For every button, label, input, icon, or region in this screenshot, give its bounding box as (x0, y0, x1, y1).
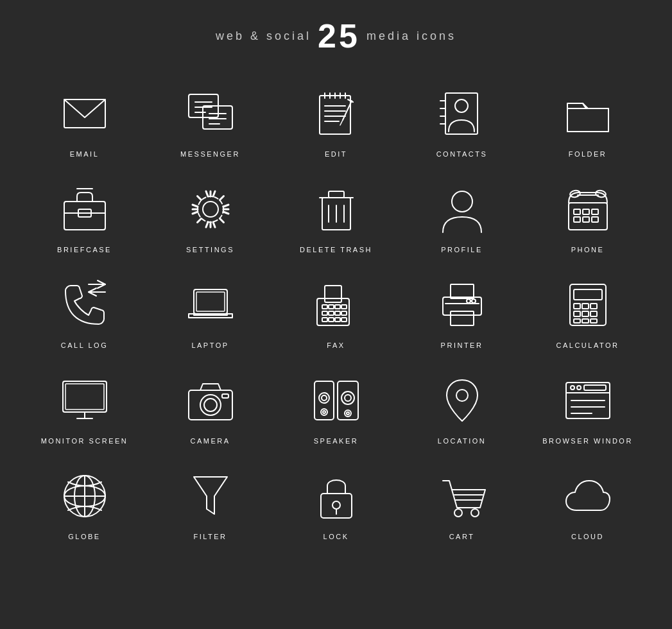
folder-icon (559, 85, 617, 142)
delete-trash-icon (307, 180, 365, 238)
svg-rect-56 (322, 305, 327, 309)
lock-label: LOCK (323, 533, 349, 540)
edit-label: EDIT (325, 150, 347, 158)
svg-rect-70 (451, 311, 474, 325)
globe-icon (56, 467, 114, 525)
svg-rect-67 (341, 318, 347, 322)
svg-rect-61 (329, 311, 334, 315)
svg-rect-47 (592, 217, 598, 222)
svg-rect-57 (329, 305, 334, 309)
svg-rect-109 (584, 385, 606, 390)
svg-rect-68 (451, 284, 474, 298)
svg-point-124 (471, 509, 479, 517)
page-header: web & social 25 media icons (216, 19, 456, 53)
svg-point-96 (322, 395, 327, 401)
email-icon (56, 85, 114, 142)
cart-icon (433, 467, 491, 525)
speaker-label: SPEAKER (314, 437, 358, 445)
svg-rect-59 (341, 305, 347, 309)
header-suffix: media icons (366, 30, 456, 43)
svg-point-119 (332, 501, 340, 509)
cart-label: CART (449, 533, 475, 540)
call-log-cell: CALL LOG (22, 263, 148, 359)
svg-rect-53 (196, 292, 225, 311)
svg-point-107 (571, 386, 574, 390)
svg-point-72 (472, 299, 476, 303)
svg-point-49 (595, 190, 606, 198)
fax-label: FAX (327, 341, 345, 349)
svg-rect-84 (590, 319, 597, 323)
call-log-icon (56, 276, 114, 334)
email-label: EMAIL (70, 150, 99, 158)
browser-window-cell: BROWSER WINDOR (525, 359, 651, 454)
svg-rect-75 (574, 289, 602, 300)
monitor-screen-label: MONITOR SCREEN (41, 437, 128, 445)
location-icon (433, 372, 491, 429)
speaker-cell: SPEAKER (273, 359, 399, 454)
svg-point-101 (345, 395, 351, 401)
monitor-screen-icon (56, 372, 114, 429)
svg-rect-82 (574, 319, 580, 323)
printer-label: PRINTER (441, 341, 483, 349)
calculator-label: CALCULATOR (556, 341, 619, 349)
messenger-cell: MESSENGER (148, 72, 273, 168)
svg-rect-46 (583, 217, 589, 222)
location-label: LOCATION (438, 437, 486, 445)
svg-rect-78 (590, 304, 597, 309)
svg-rect-0 (64, 99, 105, 128)
browser-window-icon (559, 372, 617, 429)
briefcase-label: BRIEFCASE (57, 246, 112, 254)
svg-point-73 (467, 299, 470, 303)
header-number: 25 (318, 19, 360, 53)
svg-rect-65 (329, 318, 334, 322)
svg-rect-62 (335, 311, 340, 315)
svg-rect-77 (582, 304, 589, 309)
svg-rect-76 (574, 304, 580, 309)
call-log-label: CALL LOG (61, 341, 108, 349)
svg-rect-80 (582, 311, 589, 316)
calculator-cell: CALCULATOR (525, 263, 651, 359)
svg-rect-66 (335, 318, 340, 322)
phone-cell: PHONE (525, 168, 651, 263)
edit-cell: EDIT (273, 72, 399, 168)
svg-point-104 (456, 390, 468, 401)
svg-rect-81 (590, 311, 597, 316)
svg-rect-43 (583, 209, 589, 214)
profile-cell: PROFILE (399, 168, 525, 263)
calculator-icon (559, 276, 617, 334)
svg-point-95 (319, 393, 329, 403)
filter-label: FILTER (193, 533, 227, 540)
contacts-cell: CONTACTS (399, 72, 525, 168)
svg-rect-83 (582, 319, 589, 323)
phone-icon (559, 180, 617, 238)
lock-cell: LOCK (273, 454, 399, 550)
svg-rect-35 (329, 191, 344, 198)
svg-rect-28 (64, 202, 105, 230)
svg-rect-58 (335, 305, 340, 309)
svg-point-102 (345, 410, 351, 417)
laptop-cell: LAPTOP (148, 263, 273, 359)
svg-point-123 (454, 509, 462, 517)
profile-icon (433, 180, 491, 238)
briefcase-cell: BRIEFCASE (22, 168, 148, 263)
svg-point-27 (455, 99, 468, 112)
settings-cell: SETTINGS (148, 168, 273, 263)
cloud-cell: CLOUD (525, 454, 651, 550)
profile-label: PROFILE (441, 246, 483, 254)
svg-rect-55 (325, 286, 341, 302)
browser-window-label: BROWSER WINDOR (542, 437, 633, 445)
svg-point-32 (203, 202, 218, 217)
cloud-icon (559, 467, 617, 525)
monitor-screen-cell: MONITOR SCREEN (22, 359, 148, 454)
svg-point-91 (200, 395, 221, 415)
svg-rect-93 (222, 394, 228, 398)
email-cell: EMAIL (22, 72, 148, 168)
icons-grid: EMAIL MESSENGER (22, 72, 651, 550)
cloud-label: CLOUD (571, 533, 604, 540)
phone-label: PHONE (571, 246, 605, 254)
folder-cell: FOLDER (525, 72, 651, 168)
cart-cell: CART (399, 454, 525, 550)
svg-rect-60 (322, 311, 327, 315)
svg-rect-64 (322, 318, 327, 322)
messenger-label: MESSENGER (180, 150, 240, 158)
